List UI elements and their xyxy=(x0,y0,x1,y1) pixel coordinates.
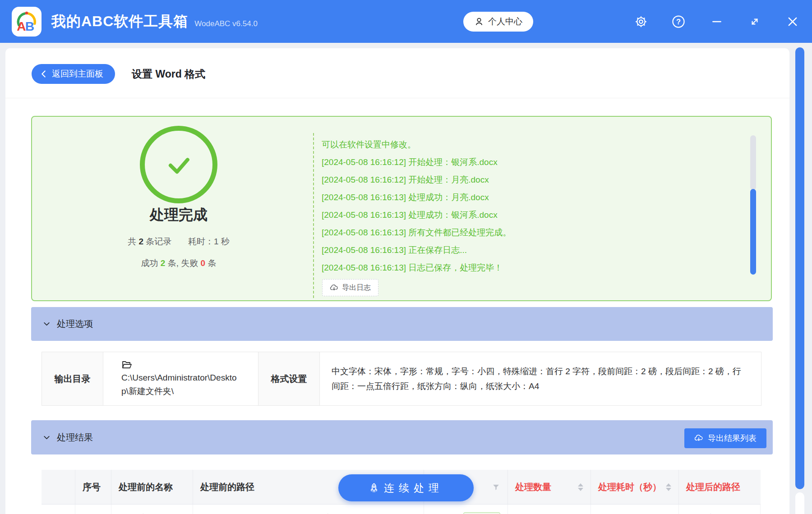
select-all-column-header xyxy=(42,470,75,504)
settings-button[interactable] xyxy=(634,15,648,28)
log-scrollbar-thumb[interactable] xyxy=(750,189,756,275)
table-row[interactable]: 1 银河系.docx D:\我的ABC测试文件...\银河系.docx 处理成功… xyxy=(42,505,761,514)
success-check-circle xyxy=(140,126,217,203)
close-button[interactable] xyxy=(786,15,799,28)
column-seconds[interactable]: 处理耗时（秒） xyxy=(591,470,679,504)
cloud-download-icon xyxy=(330,284,338,292)
log-line: 可以在软件设置中修改。 xyxy=(322,136,750,153)
log-line: [2024-05-08 16:16:13] 所有文件都已经处理完成。 xyxy=(322,224,750,241)
gear-icon xyxy=(634,15,648,28)
format-settings-cell: 中文字体：宋体，字形：常规，字号：小四，特殊缩进：首行 2 字符，段前间距：2 … xyxy=(320,352,761,405)
minimize-icon xyxy=(711,16,723,28)
fail-count: 0 xyxy=(201,258,206,268)
svg-text:B: B xyxy=(25,19,34,33)
log-scrollbar-track[interactable] xyxy=(750,135,756,190)
folder-icon xyxy=(121,359,132,370)
log-divider xyxy=(313,133,314,298)
back-to-dashboard-button[interactable]: 返回到主面板 xyxy=(32,64,115,84)
export-results-button[interactable]: 导出结果列表 xyxy=(684,428,766,448)
sort-icon[interactable] xyxy=(666,483,671,491)
check-icon xyxy=(158,144,199,185)
titlebar: A B 我的ABC软件工具箱 WodeABC v6.54.0 个人中心 ? xyxy=(0,0,812,43)
window-scrollbar-track-end[interactable] xyxy=(795,492,804,514)
log-line: [2024-05-08 16:16:13] 正在保存日志... xyxy=(322,241,750,259)
continue-processing-button[interactable]: 连续处理 xyxy=(338,474,474,501)
row-select-cell xyxy=(42,505,75,514)
options-section-header[interactable]: 处理选项 xyxy=(31,307,773,341)
row-index: 1 xyxy=(75,505,111,514)
log-line: [2024-05-08 16:16:13] 处理成功：月亮.docx xyxy=(322,188,750,206)
process-log: 可以在软件设置中修改。 [2024-05-08 16:16:12] 开始处理：银… xyxy=(322,136,750,276)
maximize-button[interactable] xyxy=(748,15,761,28)
row-count: 1 xyxy=(508,505,591,514)
total-count: 2 xyxy=(139,237,144,246)
total-label: 共 xyxy=(128,237,136,246)
column-count[interactable]: 处理数量 xyxy=(508,470,591,504)
result-summary-panel: 处理完成 共 2 条记录 耗时：1 秒 成功 2 条, 失败 0 条 可以在软件… xyxy=(31,116,772,301)
user-center-label: 个人中心 xyxy=(488,16,522,28)
help-icon: ? xyxy=(672,15,685,28)
chevron-left-icon xyxy=(41,70,46,78)
results-section-title: 处理结果 xyxy=(57,431,93,444)
row-name-before: 银河系.docx xyxy=(111,505,193,514)
row-status: 处理成功 xyxy=(424,505,508,514)
user-icon xyxy=(474,17,484,27)
chevron-down-icon xyxy=(43,434,51,441)
column-path-after[interactable]: 处理后的路径 xyxy=(679,470,761,504)
log-line: [2024-05-08 16:16:13] 处理成功：银河系.docx xyxy=(322,206,750,224)
export-log-button[interactable]: 导出日志 xyxy=(322,279,378,296)
options-table: 输出目录 C:\Users\Administrator\Desktop\新建文件… xyxy=(42,352,761,406)
abc-logo-icon: A B xyxy=(15,10,38,33)
row-path-before: D:\我的ABC测试文件...\银河系.docx xyxy=(193,505,424,514)
format-settings-value: 中文字体：宋体，字形：常规，字号：小四，特殊缩进：首行 2 字符，段前间距：2 … xyxy=(332,364,749,394)
user-center-button[interactable]: 个人中心 xyxy=(463,12,533,32)
svg-text:?: ? xyxy=(676,18,681,26)
column-index[interactable]: 序号 xyxy=(75,470,111,504)
filter-icon[interactable] xyxy=(492,483,500,491)
log-line: [2024-05-08 16:16:12] 开始处理：银河系.docx xyxy=(322,153,750,171)
rocket-icon xyxy=(369,482,379,493)
output-dir-value: C:\Users\Administrator\Desktop\新建文件夹\ xyxy=(121,371,240,398)
back-button-label: 返回到主面板 xyxy=(52,68,103,80)
success-count: 2 xyxy=(161,258,166,268)
help-button[interactable]: ? xyxy=(672,15,685,28)
column-name-before[interactable]: 处理前的名称 xyxy=(111,470,193,504)
success-unit: 条, xyxy=(168,258,179,268)
format-settings-label: 格式设置 xyxy=(258,352,320,405)
output-dir-cell: C:\Users\Administrator\Desktop\新建文件夹\ xyxy=(103,352,258,405)
row-path-after: 银河系.docx xyxy=(679,505,761,514)
fail-label: 失败 xyxy=(181,258,198,268)
output-dir-label: 输出目录 xyxy=(42,352,103,405)
app-title: 我的ABC软件工具箱 xyxy=(51,12,188,32)
row-seconds: 0.11 xyxy=(591,505,679,514)
column-seconds-label: 处理耗时（秒） xyxy=(598,481,661,493)
success-fail-line: 成功 2 条, 失败 0 条 xyxy=(66,257,291,269)
cloud-download-icon xyxy=(694,434,703,443)
window-scrollbar-thumb[interactable] xyxy=(795,47,804,489)
app-logo: A B xyxy=(12,7,42,37)
column-count-label: 处理数量 xyxy=(515,481,551,493)
chevron-down-icon xyxy=(43,320,51,328)
export-log-label: 导出日志 xyxy=(342,283,371,293)
main-card: 返回到主面板 设置 Word 格式 处理完成 共 2 条记录 耗时：1 秒 成功… xyxy=(5,48,789,514)
options-section-title: 处理选项 xyxy=(57,318,93,330)
minimize-button[interactable] xyxy=(710,15,724,28)
export-results-label: 导出结果列表 xyxy=(708,433,757,444)
record-count-line: 共 2 条记录 耗时：1 秒 xyxy=(66,236,291,248)
sort-icon[interactable] xyxy=(578,483,583,491)
page-title: 设置 Word 格式 xyxy=(132,67,205,81)
log-line: [2024-05-08 16:16:12] 开始处理：月亮.docx xyxy=(322,171,750,188)
app-version: WodeABC v6.54.0 xyxy=(194,19,258,28)
process-complete-title: 处理完成 xyxy=(88,205,269,225)
results-section-header[interactable]: 处理结果 导出结果列表 xyxy=(31,420,773,454)
elapsed-time: 耗时：1 秒 xyxy=(188,237,230,246)
page-header: 返回到主面板 设置 Word 格式 xyxy=(5,48,789,98)
status-badge: 处理成功 xyxy=(463,512,500,514)
fail-unit: 条 xyxy=(208,258,216,268)
log-line: [2024-05-08 16:16:13] 日志已保存，处理完毕！ xyxy=(322,259,750,276)
svg-text:A: A xyxy=(17,19,26,33)
continue-processing-label: 连续处理 xyxy=(384,481,443,495)
maximize-icon xyxy=(749,16,761,28)
close-icon xyxy=(786,15,799,28)
success-label: 成功 xyxy=(141,258,158,268)
